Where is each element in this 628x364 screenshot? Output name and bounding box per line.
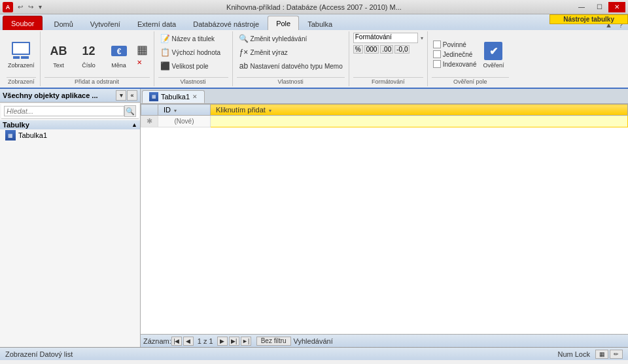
datasheet-view-btn[interactable]: ▦ [595,350,608,359]
panel-options-btn[interactable]: ▾ [116,90,126,101]
memo-icon: ab [239,61,249,71]
bottom-statusbar: Zobrazení Datový list Num Lock ▦ ✏ [0,347,628,360]
ribbon-group-zobrazeni-label: Zobrazení [7,77,36,85]
field-size-btn[interactable]: ⬛ Velikost pole [158,60,211,72]
indexed-checkbox[interactable] [433,60,441,68]
tab-externi-data[interactable]: Externí data [129,17,184,30]
thousands-btn[interactable]: 000 [364,45,379,54]
table1-icon: ▦ [5,130,16,141]
tab-tabulka[interactable]: Tabulka [299,17,341,30]
new-record-btn[interactable]: ►| [241,337,251,346]
add-column-header[interactable]: Kliknutím přidat ▾ [211,105,628,116]
next-record-btn[interactable]: ▶ [217,337,228,346]
design-view-btn[interactable]: ✏ [610,350,623,359]
ribbon-group-vlastnosti1: 📝 Název a titulek 📋 Výchozí hodnota ⬛ Ve… [154,31,233,86]
change-expression-btn[interactable]: ƒ× Změnit výraz [237,46,290,58]
default-value-icon: 📋 [160,47,171,58]
tables-chevron-icon: ▲ [131,122,137,128]
decimal-btn[interactable]: .00 [380,45,393,54]
format-options: % 000 .00 -0,0 [353,45,410,54]
unique-label: Jedinečné [443,51,473,58]
ribbon-body: Zobrazení Zobrazení AB Text 12 Číslo € [0,30,628,89]
table1-tab[interactable]: ▦ Tabulka1 ✕ [142,90,205,103]
id-sort-arrow[interactable]: ▾ [174,108,177,114]
verify-icon: ✔ [481,39,505,63]
change-lookup-btn[interactable]: 🔍 Změnit vyhledávání [237,33,309,44]
required-check[interactable]: Povinné [432,40,478,49]
filter-toggle-btn[interactable]: Bez filtru [256,337,291,346]
close-btn[interactable]: ✕ [608,2,625,12]
tab-domu[interactable]: Domů [45,17,81,30]
record-count: 1 z 1 [195,337,216,345]
unique-checkbox[interactable] [433,50,441,58]
format-dropdown[interactable]: Formátování [353,33,418,43]
text-field-button[interactable]: AB Text [44,38,73,71]
name-title-btn[interactable]: 📝 Název a titulek [158,33,217,44]
search-input[interactable] [4,106,124,116]
tables-section-header[interactable]: Tabulky ▲ [0,120,140,129]
indexed-check[interactable]: Indexované [432,59,478,69]
titlebar: A ↩ ↪ ▾ Knihovna-příklad : Databáze (Acc… [0,0,628,14]
tab-pole[interactable]: Pole [268,16,299,30]
qat-dropdown-btn[interactable]: ▾ [37,3,44,11]
table1-tab-close[interactable]: ✕ [192,93,198,100]
navigation-controls[interactable]: |◀ ◀ 1 z 1 ▶ ▶| ►| [171,337,251,346]
delete-field-btn[interactable]: ✕ [135,58,150,67]
format-dropdown-arrow[interactable]: ▾ [421,35,423,41]
view-button[interactable]: Zobrazení [7,38,36,71]
quick-access-toolbar[interactable]: ↩ ↪ ▾ [16,3,44,11]
default-value-label: Výchozí hodnota [172,49,221,56]
main-area: Všechny objekty aplikace ... ▾ « 🔍 Tabul… [0,89,628,347]
content-area: ▦ Tabulka1 ✕ ID ▾ Kliknutím přidat ▾ [141,89,628,347]
verify-label: Ověření [483,63,504,69]
num-lock-label: Num Lock [557,350,590,358]
undo-btn[interactable]: ↩ [16,3,25,11]
currency-field-button[interactable]: € Měna [105,38,133,71]
neg-btn[interactable]: -0,0 [394,45,410,54]
ribbon-group-formatovani-content: Formátování ▾ % 000 .00 -0,0 [353,33,423,76]
table1-nav-item[interactable]: ▦ Tabulka1 [0,129,140,141]
search-field-label: Vyhledávání [294,337,333,345]
more-fields-btn[interactable]: ▦ [135,42,150,58]
row-selector-header [141,105,158,116]
last-record-btn[interactable]: ▶| [229,337,239,346]
tab-soubor[interactable]: Soubor [3,16,43,30]
ribbon-group-zobrazeni: Zobrazení Zobrazení [3,31,41,86]
verify-btn[interactable]: ✔ Ověření [479,38,508,71]
view-mode-label: Zobrazení Datový list [5,350,73,358]
svg-rect-2 [13,56,20,59]
new-row-input-cell[interactable] [211,116,628,127]
tab-databazove-nastroje[interactable]: Databázové nástroje [184,17,268,30]
id-column-header[interactable]: ID ▾ [158,105,211,116]
ribbon-group-formatovani-label: Formátování [353,77,423,85]
contextual-tab-header: Nástroje tabulky [550,14,628,24]
add-column-arrow[interactable]: ▾ [269,108,271,114]
percent-btn[interactable]: % [353,45,363,54]
maximize-btn[interactable]: ☐ [591,2,608,12]
number-field-button[interactable]: 12 Číslo [75,38,103,71]
ribbon-group-overeni: Povinné Jedinečné Indexované ✔ [428,31,513,86]
panel-collapse-btn[interactable]: « [127,90,137,101]
default-value-btn[interactable]: 📋 Výchozí hodnota [158,46,223,58]
ribbon-group-vlastnosti1-content: 📝 Název a titulek 📋 Výchozí hodnota ⬛ Ve… [158,33,228,76]
redo-btn[interactable]: ↪ [26,3,35,11]
ribbon-group-vlastnosti2-content: 🔍 Změnit vyhledávání ƒ× Změnit výraz ab … [237,33,345,76]
view-icon [9,39,33,63]
window-title: Knihovna-příklad : Databáze (Access 2007… [226,3,402,11]
search-submit-btn[interactable]: 🔍 [124,105,136,117]
new-record-row: ✱ (Nové) [141,116,628,127]
name-title-label: Název a titulek [172,35,215,42]
more-fields-column: ▦ ✕ [135,42,150,67]
text-button-label: Text [53,63,64,69]
tab-vytvoreni[interactable]: Vytvoření [82,17,129,30]
indexed-label: Indexované [443,61,477,68]
window-controls[interactable]: — ☐ ✕ [573,2,625,12]
required-checkbox[interactable] [433,41,441,48]
ribbon-group-formatovani: Formátování ▾ % 000 .00 -0,0 Formátování [349,31,428,86]
memo-settings-btn[interactable]: ab Nastavení datového typu Memo [237,60,345,72]
prev-record-btn[interactable]: ◀ [183,337,194,346]
minimize-btn[interactable]: — [573,2,590,12]
first-record-btn[interactable]: |◀ [171,337,182,346]
document-tab-bar: ▦ Tabulka1 ✕ [141,89,628,104]
unique-check[interactable]: Jedinečné [432,50,478,59]
